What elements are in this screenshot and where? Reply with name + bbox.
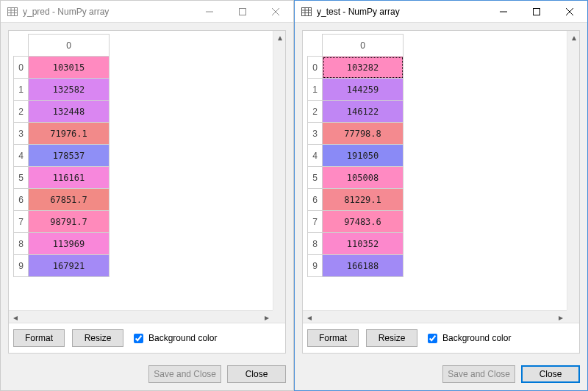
window-title: y_pred - NumPy array [23, 7, 193, 17]
array-table[interactable]: 0010301511325822132448371976.14178537511… [13, 34, 110, 277]
maximize-button[interactable] [226, 1, 259, 22]
row-header[interactable]: 4 [14, 145, 29, 167]
array-viewer: 0010328211442592146122377798.84191050510… [302, 30, 580, 354]
corner-header [308, 35, 323, 57]
row-header[interactable]: 5 [14, 167, 29, 189]
corner-header [14, 35, 29, 57]
row-header[interactable]: 8 [14, 233, 29, 255]
array-cell[interactable]: 144259 [323, 79, 404, 101]
array-cell[interactable]: 146122 [323, 101, 404, 123]
toolbar: Format Resize Background color [303, 323, 579, 353]
array-cell[interactable]: 166188 [323, 255, 404, 277]
format-button[interactable]: Format [307, 329, 359, 347]
row-header[interactable]: 6 [14, 189, 29, 211]
array-cell[interactable]: 77798.8 [323, 123, 404, 145]
bgcolor-checkbox-label[interactable]: Background color [425, 331, 511, 345]
titlebar[interactable]: y_test - NumPy array [295, 1, 587, 23]
window-controls [487, 1, 586, 22]
row-header[interactable]: 9 [14, 255, 29, 277]
table-icon [7, 6, 18, 18]
row-header[interactable]: 8 [308, 233, 323, 255]
row-header[interactable]: 7 [14, 211, 29, 233]
scroll-right-icon[interactable]: ▸ [260, 311, 273, 323]
save-and-close-button[interactable]: Save and Close [148, 365, 221, 383]
array-cell[interactable]: 103282 [323, 57, 404, 79]
minimize-button[interactable] [193, 1, 226, 22]
array-viewer: 0010301511325822132448371976.14178537511… [8, 30, 286, 354]
array-cell[interactable]: 113969 [29, 233, 110, 255]
row-header[interactable]: 2 [308, 101, 323, 123]
bgcolor-label-text: Background color [442, 333, 511, 343]
scrollbar-vertical[interactable]: ▴ ▾ [273, 31, 285, 323]
row-header[interactable]: 6 [308, 189, 323, 211]
titlebar[interactable]: y_pred - NumPy array [1, 1, 293, 23]
minimize-button[interactable] [487, 1, 520, 22]
grid-area: 0010301511325822132448371976.14178537511… [9, 31, 285, 323]
window-y-pred: y_pred - NumPy array 0010301511325822132… [0, 0, 294, 391]
bgcolor-checkbox-label[interactable]: Background color [131, 331, 217, 345]
svg-rect-9 [302, 7, 312, 15]
table-icon [301, 6, 312, 18]
close-window-button[interactable] [259, 1, 292, 22]
scroll-up-icon[interactable]: ▴ [273, 31, 285, 43]
grid-area: 0010328211442592146122377798.84191050510… [303, 31, 579, 323]
array-cell[interactable]: 178537 [29, 145, 110, 167]
scrollbar-vertical[interactable]: ▴ ▾ [567, 31, 579, 323]
bgcolor-checkbox[interactable] [134, 334, 143, 343]
row-header[interactable]: 1 [14, 79, 29, 101]
bgcolor-label-text: Background color [148, 333, 217, 343]
array-cell[interactable]: 116161 [29, 167, 110, 189]
array-cell[interactable]: 110352 [323, 233, 404, 255]
row-header[interactable]: 4 [308, 145, 323, 167]
row-header[interactable]: 5 [308, 167, 323, 189]
scroll-right-icon[interactable]: ▸ [554, 311, 567, 323]
dialog-footer: Save and Close Close [295, 361, 587, 390]
window-controls [193, 1, 292, 22]
array-cell[interactable]: 191050 [323, 145, 404, 167]
array-table[interactable]: 0010328211442592146122377798.84191050510… [307, 34, 404, 277]
dialog-footer: Save and Close Close [1, 361, 293, 390]
row-header[interactable]: 7 [308, 211, 323, 233]
scrollbar-horizontal[interactable]: ◂ ▸ [303, 310, 567, 323]
resize-button[interactable]: Resize [366, 329, 417, 347]
scroll-up-icon[interactable]: ▴ [567, 31, 579, 43]
row-header[interactable]: 0 [308, 57, 323, 79]
array-cell[interactable]: 81229.1 [323, 189, 404, 211]
svg-rect-6 [239, 8, 245, 15]
column-header[interactable]: 0 [323, 35, 404, 57]
array-cell[interactable]: 167921 [29, 255, 110, 277]
row-header[interactable]: 2 [14, 101, 29, 123]
scroll-left-icon[interactable]: ◂ [9, 311, 21, 323]
toolbar: Format Resize Background color [9, 323, 285, 353]
row-header[interactable]: 9 [308, 255, 323, 277]
array-cell[interactable]: 132582 [29, 79, 110, 101]
array-cell[interactable]: 103015 [29, 57, 110, 79]
row-header[interactable]: 3 [308, 123, 323, 145]
array-cell[interactable]: 97483.6 [323, 211, 404, 233]
scroll-left-icon[interactable]: ◂ [303, 311, 315, 323]
row-header[interactable]: 0 [14, 57, 29, 79]
window-title: y_test - NumPy array [317, 7, 487, 17]
bgcolor-checkbox[interactable] [428, 334, 437, 343]
svg-rect-15 [533, 8, 539, 15]
array-cell[interactable]: 132448 [29, 101, 110, 123]
save-and-close-button[interactable]: Save and Close [442, 365, 515, 383]
array-cell[interactable]: 98791.7 [29, 211, 110, 233]
maximize-button[interactable] [520, 1, 553, 22]
array-cell[interactable]: 105008 [323, 167, 404, 189]
format-button[interactable]: Format [13, 329, 65, 347]
resize-button[interactable]: Resize [72, 329, 123, 347]
array-cell[interactable]: 71976.1 [29, 123, 110, 145]
row-header[interactable]: 3 [14, 123, 29, 145]
array-cell[interactable]: 67851.7 [29, 189, 110, 211]
svg-rect-0 [8, 7, 18, 15]
window-y-test: y_test - NumPy array 0010328211442592146… [294, 0, 588, 391]
close-window-button[interactable] [553, 1, 586, 22]
column-header[interactable]: 0 [29, 35, 110, 57]
row-header[interactable]: 1 [308, 79, 323, 101]
close-button[interactable]: Close [521, 365, 580, 383]
close-button[interactable]: Close [227, 365, 286, 383]
scrollbar-horizontal[interactable]: ◂ ▸ [9, 310, 273, 323]
